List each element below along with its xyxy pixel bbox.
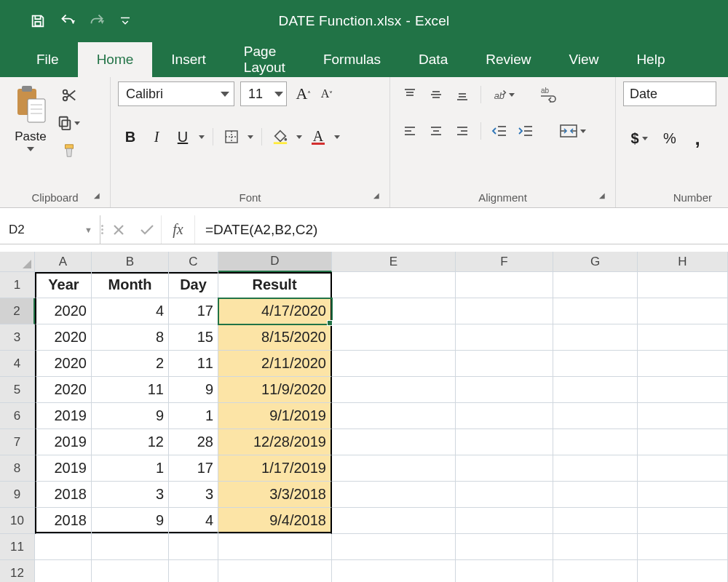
cell-F2[interactable] xyxy=(456,298,553,324)
cell-G3[interactable] xyxy=(553,324,638,351)
cell-D4[interactable]: 2/11/2020 xyxy=(218,351,332,377)
row-header[interactable]: 11 xyxy=(0,534,35,560)
orientation-button[interactable]: ab xyxy=(487,83,519,106)
dialog-launcher-icon[interactable]: ◢ xyxy=(373,191,385,203)
cell-C5[interactable]: 9 xyxy=(169,377,218,403)
cell-A10[interactable]: 2018 xyxy=(35,508,92,534)
cell-F5[interactable] xyxy=(456,377,553,403)
increase-font-button[interactable]: A˄ xyxy=(293,81,314,106)
cell-A5[interactable]: 2020 xyxy=(35,377,92,403)
cell-H1[interactable] xyxy=(638,272,728,298)
tell-me-button[interactable] xyxy=(684,42,721,77)
tab-help[interactable]: Help xyxy=(617,42,684,77)
align-top-button[interactable] xyxy=(397,83,422,106)
cell-H11[interactable] xyxy=(638,534,728,560)
cell-D9[interactable]: 3/3/2018 xyxy=(218,482,332,508)
name-box[interactable]: D2 ▼ xyxy=(0,215,100,244)
cell-E10[interactable] xyxy=(332,508,456,534)
cell-C4[interactable]: 11 xyxy=(169,351,218,377)
select-all-button[interactable] xyxy=(0,252,35,272)
cell-A8[interactable]: 2019 xyxy=(35,455,92,482)
col-header-B[interactable]: B xyxy=(92,252,169,272)
cell-G10[interactable] xyxy=(553,508,638,534)
cell-D2[interactable]: 4/17/2020 xyxy=(218,298,332,324)
undo-button[interactable]: ▾ xyxy=(54,9,80,33)
fill-color-button[interactable] xyxy=(268,125,293,148)
row-header[interactable]: 1 xyxy=(0,272,35,298)
row-header[interactable]: 3 xyxy=(0,324,35,351)
cell-B7[interactable]: 12 xyxy=(92,429,169,455)
cell-E11[interactable] xyxy=(332,534,456,560)
row-header[interactable]: 8 xyxy=(0,455,35,482)
dialog-launcher-icon[interactable]: ◢ xyxy=(94,191,106,203)
border-button[interactable] xyxy=(219,125,244,148)
cell-E2[interactable] xyxy=(332,298,456,324)
row-header[interactable]: 2 xyxy=(0,298,35,324)
tab-page-layout[interactable]: Page Layout xyxy=(225,42,304,77)
cell-F11[interactable] xyxy=(456,534,553,560)
cell-D7[interactable]: 12/28/2019 xyxy=(218,429,332,455)
cell-D3[interactable]: 8/15/2020 xyxy=(218,324,332,351)
tab-formulas[interactable]: Formulas xyxy=(304,42,400,77)
cell-B3[interactable]: 8 xyxy=(92,324,169,351)
font-color-button[interactable]: A xyxy=(306,125,331,148)
format-painter-button[interactable] xyxy=(57,141,82,160)
cell-D11[interactable] xyxy=(218,534,332,560)
wrap-text-button[interactable]: ab xyxy=(537,83,561,106)
cell-H3[interactable] xyxy=(638,324,728,351)
cell-F3[interactable] xyxy=(456,324,553,351)
accounting-format-button[interactable]: $ xyxy=(623,127,655,150)
cell-B11[interactable] xyxy=(92,534,169,560)
cell-H8[interactable] xyxy=(638,455,728,482)
cell-C3[interactable]: 15 xyxy=(169,324,218,351)
cell-B8[interactable]: 1 xyxy=(92,455,169,482)
cell-E7[interactable] xyxy=(332,429,456,455)
cell-G11[interactable] xyxy=(553,534,638,560)
cell-C6[interactable]: 1 xyxy=(169,403,218,429)
align-center-button[interactable] xyxy=(424,119,448,143)
cell-E1[interactable] xyxy=(332,272,456,298)
cell-F7[interactable] xyxy=(456,429,553,455)
col-header-E[interactable]: E xyxy=(332,252,456,272)
cell-E4[interactable] xyxy=(332,351,456,377)
cell-F6[interactable] xyxy=(456,403,553,429)
cell-G7[interactable] xyxy=(553,429,638,455)
tab-view[interactable]: View xyxy=(550,42,618,77)
copy-button[interactable] xyxy=(57,113,90,132)
cell-B12[interactable] xyxy=(92,560,169,582)
cell-H5[interactable] xyxy=(638,377,728,403)
col-header-A[interactable]: A xyxy=(35,252,92,272)
cell-F4[interactable] xyxy=(456,351,553,377)
cell-D1[interactable]: Result xyxy=(218,272,332,298)
row-header[interactable]: 6 xyxy=(0,403,35,429)
insert-function-button[interactable]: fx xyxy=(162,215,195,244)
cell-A2[interactable]: 2020 xyxy=(35,298,92,324)
align-bottom-button[interactable] xyxy=(450,83,475,106)
cut-button[interactable] xyxy=(57,86,82,105)
cell-D8[interactable]: 1/17/2019 xyxy=(218,455,332,482)
cell-A11[interactable] xyxy=(35,534,92,560)
cell-A9[interactable]: 2018 xyxy=(35,482,92,508)
cell-H10[interactable] xyxy=(638,508,728,534)
cell-G5[interactable] xyxy=(553,377,638,403)
tab-insert[interactable]: Insert xyxy=(152,42,225,77)
cell-F1[interactable] xyxy=(456,272,553,298)
col-header-F[interactable]: F xyxy=(456,252,553,272)
cell-D12[interactable] xyxy=(218,560,332,582)
cell-C9[interactable]: 3 xyxy=(169,482,218,508)
redo-button[interactable]: ▾ xyxy=(83,9,109,33)
align-middle-button[interactable] xyxy=(424,83,448,106)
cell-E3[interactable] xyxy=(332,324,456,351)
underline-button[interactable]: U xyxy=(170,125,195,148)
cell-H4[interactable] xyxy=(638,351,728,377)
number-format-dropdown[interactable]: Date xyxy=(623,81,716,106)
cell-F9[interactable] xyxy=(456,482,553,508)
cell-B2[interactable]: 4 xyxy=(92,298,169,324)
increase-indent-button[interactable] xyxy=(513,119,538,143)
border-dropdown[interactable] xyxy=(245,125,256,148)
tab-file[interactable]: File xyxy=(17,42,78,77)
cell-C1[interactable]: Day xyxy=(169,272,218,298)
cell-E5[interactable] xyxy=(332,377,456,403)
cell-F10[interactable] xyxy=(456,508,553,534)
confirm-formula-button[interactable] xyxy=(132,216,161,244)
